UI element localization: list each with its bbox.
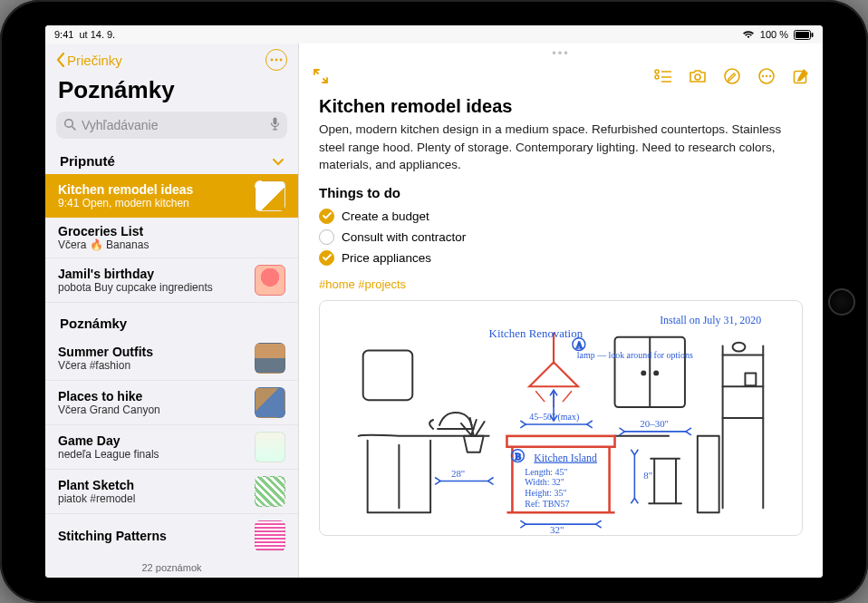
svg-rect-23 <box>363 350 413 400</box>
note-title: Game Day <box>58 433 247 448</box>
note-item[interactable]: Game Day nedeľa League finals <box>45 425 298 470</box>
more-icon[interactable] <box>757 67 776 85</box>
checklist-label: Price appliances <box>342 251 431 265</box>
sketch-island-label: Kitchen Island <box>534 451 597 463</box>
sketch-lamp-note: lamp — look around for options <box>577 349 693 359</box>
svg-point-21 <box>769 75 771 77</box>
sketch-dim-bar: 8" <box>643 470 652 481</box>
note-title: Plant Sketch <box>58 478 247 492</box>
note-item-birthday[interactable]: Jamil's birthday pobota Buy cupcake ingr… <box>45 258 298 303</box>
battery-icon <box>794 30 814 40</box>
svg-rect-2 <box>812 33 814 37</box>
note-tags[interactable]: #home #projects <box>319 277 803 291</box>
chevron-down-icon <box>273 153 284 169</box>
note-toolbar <box>299 60 823 92</box>
note-title: Groceries List <box>58 224 285 238</box>
note-title: Kitchen remodel ideas <box>58 182 247 197</box>
ipad-device-frame: 9:41 ut 14. 9. 100 % Priečinky <box>0 0 868 603</box>
svg-rect-8 <box>274 118 277 125</box>
note-title: Places to hike <box>58 389 247 404</box>
note-content[interactable]: Kitchen remodel ideas Open, modern kitch… <box>299 92 823 578</box>
svg-point-27 <box>654 371 658 374</box>
svg-point-3 <box>271 59 274 62</box>
sketch-install-date: Install on July 31, 2020 <box>660 313 761 326</box>
sketch-dim-right: 20–30" <box>640 418 669 429</box>
more-menu-button[interactable] <box>265 49 287 71</box>
multitasking-grabber-icon[interactable]: ••• <box>299 44 823 60</box>
note-subtitle: nedeľa League finals <box>58 448 247 461</box>
checklist-label: Consult with contractor <box>342 230 466 244</box>
note-thumbnail <box>255 476 285 507</box>
svg-line-7 <box>72 126 76 130</box>
note-subtitle: piatok #remodel <box>58 492 247 505</box>
note-item[interactable]: Places to hike Včera Grand Canyon <box>45 381 298 425</box>
svg-point-17 <box>725 69 739 83</box>
sketch-marker-b: B <box>515 451 521 461</box>
note-subtitle: Včera #fashion <box>58 359 247 372</box>
screen: 9:41 ut 14. 9. 100 % Priečinky <box>45 25 823 578</box>
pinned-section-header[interactable]: Pripnuté <box>45 148 298 174</box>
dictate-icon[interactable] <box>270 117 280 133</box>
battery-percent: 100 % <box>760 29 788 40</box>
compose-icon[interactable] <box>792 67 810 85</box>
notes-section-header[interactable]: Poznámky <box>45 303 298 336</box>
note-item[interactable]: Plant Sketch piatok #remodel <box>45 470 298 514</box>
checklist-item[interactable]: Price appliances <box>319 248 803 268</box>
sidebar: Priečinky Poznámky Vyhľadávanie <box>45 44 299 578</box>
note-list: Kitchen remodel ideas 9:41 Open, modern … <box>45 174 298 558</box>
svg-point-16 <box>695 74 700 80</box>
sketch-title: Kitchen Renovation <box>489 326 583 339</box>
note-drawing[interactable]: Kitchen Renovation Install on July 31, 2… <box>319 300 803 536</box>
svg-rect-1 <box>796 32 809 38</box>
status-time: 9:41 <box>54 29 73 40</box>
pinned-header-label: Pripnuté <box>60 153 115 169</box>
note-title: Summer Outfits <box>58 345 247 359</box>
note-item[interactable]: Stitching Patterns <box>45 514 298 558</box>
sketch-dim-left: 28" <box>451 467 465 478</box>
note-item[interactable]: Summer Outfits Včera #fashion <box>45 336 298 381</box>
checkbox-unchecked-icon[interactable] <box>319 229 334 245</box>
svg-point-20 <box>766 75 767 77</box>
note-thumbnail <box>255 520 285 551</box>
sidebar-title: Poznámky <box>45 73 298 112</box>
note-subtitle: 9:41 Open, modern kitchen <box>58 197 247 209</box>
home-button[interactable] <box>828 288 855 316</box>
search-input[interactable]: Vyhľadávanie <box>56 112 287 139</box>
note-item-groceries[interactable]: Groceries List Včera 🔥 Bananas <box>45 218 298 258</box>
back-label: Priečinky <box>67 53 122 68</box>
markup-icon[interactable] <box>723 67 741 85</box>
search-placeholder: Vyhľadávanie <box>82 118 159 132</box>
status-bar: 9:41 ut 14. 9. 100 % <box>45 25 823 44</box>
search-icon <box>63 118 76 133</box>
kitchen-sketch-svg: Kitchen Renovation Install on July 31, 2… <box>320 301 802 535</box>
svg-rect-37 <box>506 436 614 447</box>
status-date: ut 14. 9. <box>79 29 115 40</box>
checklist-icon[interactable] <box>654 67 672 85</box>
sidebar-footer: 22 poznámok <box>45 558 298 578</box>
sidebar-nav: Priečinky <box>45 44 298 73</box>
note-thumbnail <box>255 180 285 211</box>
checkbox-checked-icon[interactable] <box>319 209 334 224</box>
svg-point-26 <box>641 371 645 374</box>
note-heading: Kitchen remodel ideas <box>319 96 803 117</box>
svg-point-4 <box>275 59 278 62</box>
svg-point-19 <box>762 75 764 77</box>
note-thumbnail <box>255 387 285 418</box>
note-item-kitchen[interactable]: Kitchen remodel ideas 9:41 Open, modern … <box>45 174 298 218</box>
note-subtitle: Včera 🔥 Bananas <box>58 238 285 251</box>
note-subtitle: pobota Buy cupcake ingredients <box>58 281 247 294</box>
note-subtitle: Včera Grand Canyon <box>58 404 247 416</box>
back-button[interactable]: Priečinky <box>56 53 122 68</box>
checkbox-checked-icon[interactable] <box>319 250 334 266</box>
camera-icon[interactable] <box>689 67 707 85</box>
notes-header-label: Poznámky <box>60 316 127 331</box>
note-detail-pane: ••• <box>299 44 823 578</box>
checklist-item[interactable]: Consult with contractor <box>319 227 803 248</box>
svg-point-33 <box>733 342 746 351</box>
sketch-width-note: 45–50" (max) <box>529 412 579 423</box>
checklist-item[interactable]: Create a budget <box>319 206 803 227</box>
checklist-label: Create a budget <box>342 209 429 223</box>
sketch-dim-bottom: 32" <box>550 524 564 535</box>
fullscreen-icon[interactable] <box>312 67 330 85</box>
wifi-icon <box>742 30 755 39</box>
